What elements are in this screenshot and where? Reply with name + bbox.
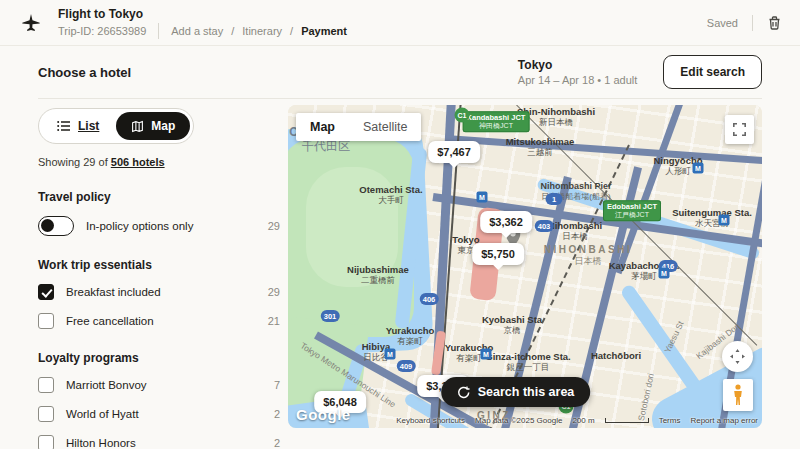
results-summary-text: Showing 29 of (38, 156, 108, 168)
checkbox-checked-icon[interactable] (38, 284, 54, 300)
dates-occupancy: Apr 14 – Apr 18 • 1 adult (518, 74, 637, 86)
map-attribution: Keyboard shortcuts Map data ©2025 Google… (396, 416, 758, 425)
pan-control-button[interactable] (722, 341, 753, 372)
filters-sidebar: List Map Showing 29 of 506 hotels Travel… (38, 108, 280, 449)
filter-count: 7 (274, 379, 280, 391)
view-toggle-list[interactable]: List (42, 112, 114, 140)
trip-id: Trip-ID: 26653989 (58, 25, 146, 37)
breadcrumb: Add a stay / Itinerary / Payment (171, 25, 347, 37)
refresh-icon (457, 386, 470, 399)
map-type-map-button[interactable]: Map (296, 113, 349, 141)
breadcrumb-separator: / (290, 25, 293, 37)
filter-label: World of Hyatt (66, 408, 262, 420)
search-this-area-button[interactable]: Search this area (441, 377, 591, 407)
hotel-price-pin[interactable]: $7,467 (428, 141, 480, 163)
hotel-price-pin[interactable]: $5,750 (472, 243, 524, 265)
edit-search-button[interactable]: Edit search (663, 55, 762, 89)
filter-label: In-policy options only (86, 220, 256, 232)
filter-marriott-bonvoy[interactable]: Marriott Bonvoy 7 (38, 377, 280, 393)
filter-label: Breakfast included (66, 286, 256, 298)
fullscreen-button[interactable] (725, 115, 754, 144)
map-type-satellite-button[interactable]: Satellite (349, 113, 421, 141)
checkbox-icon[interactable] (38, 406, 54, 422)
view-toggle-map-label: Map (151, 119, 175, 133)
results-summary: Showing 29 of 506 hotels (38, 156, 280, 168)
trip-title: Flight to Tokyo (58, 7, 347, 21)
pegman-icon (732, 384, 744, 406)
header-divider (752, 15, 753, 31)
map-icon (131, 120, 144, 133)
flight-icon (18, 12, 44, 34)
search-this-area-label: Search this area (478, 385, 575, 399)
filter-world-of-hyatt[interactable]: World of Hyatt 2 (38, 406, 280, 422)
trash-icon[interactable] (767, 15, 782, 31)
travel-policy-section: Travel policy In-policy options only 29 (38, 190, 280, 236)
view-toggle-list-label: List (78, 119, 99, 133)
breadcrumb-itinerary[interactable]: Itinerary (242, 25, 282, 37)
header-divider (158, 23, 159, 39)
list-icon (57, 120, 71, 132)
view-toggle-map[interactable]: Map (116, 112, 190, 140)
filter-count: 2 (274, 408, 280, 420)
terms-link[interactable]: Terms (659, 416, 681, 425)
hotel-price-pin[interactable]: $3,362 (480, 211, 532, 233)
report-map-error-link[interactable]: Report a map error (690, 416, 758, 425)
filter-count: 29 (268, 220, 280, 232)
checkbox-icon[interactable] (38, 377, 54, 393)
filter-label: Free cancellation (66, 315, 256, 327)
sub-header: Choose a hotel Tokyo Apr 14 – Apr 18 • 1… (0, 46, 800, 98)
filter-count: 21 (268, 315, 280, 327)
saved-status: Saved (707, 17, 738, 29)
fullscreen-icon (733, 123, 746, 136)
checkbox-icon[interactable] (38, 435, 54, 449)
map-park-inner (306, 167, 398, 287)
essentials-section: Work trip essentials Breakfast included … (38, 258, 280, 329)
breadcrumb-add-a-stay[interactable]: Add a stay (171, 25, 223, 37)
google-logo[interactable]: Google (296, 406, 351, 423)
pan-arrows-icon (730, 349, 745, 364)
filter-count: 29 (268, 286, 280, 298)
map-type-control: Map Satellite (296, 113, 421, 141)
filter-hilton-honors[interactable]: Hilton Honors 2 (38, 435, 280, 449)
pegman-streetview-button[interactable] (723, 379, 753, 411)
page-title: Choose a hotel (38, 65, 131, 80)
essentials-heading: Work trip essentials (38, 258, 280, 272)
loyalty-heading: Loyalty programs (38, 351, 280, 365)
travel-policy-heading: Travel policy (38, 190, 280, 204)
checkbox-icon[interactable] (38, 313, 54, 329)
filter-label: Hilton Honors (66, 437, 262, 449)
map-scale-bar (605, 418, 649, 423)
breadcrumb-payment[interactable]: Payment (301, 25, 347, 37)
keyboard-shortcuts-link[interactable]: Keyboard shortcuts (396, 416, 465, 425)
results-count-link[interactable]: 506 hotels (111, 156, 165, 168)
destination-name: Tokyo (518, 58, 637, 72)
map-scale-label: 200 m (572, 416, 594, 425)
filter-free-cancellation[interactable]: Free cancellation 21 (38, 313, 280, 329)
filter-label: Marriott Bonvoy (66, 379, 262, 391)
map-canvas[interactable]: Chiyoda City 千代田区 Otemachi Sta. 大手町 Niju… (288, 105, 762, 428)
content-divider (38, 98, 762, 99)
filter-count: 2 (274, 437, 280, 449)
map-data-credit: Map data ©2025 Google (475, 416, 562, 425)
breadcrumb-separator: / (231, 25, 234, 37)
filter-in-policy[interactable]: In-policy options only 29 (38, 216, 280, 236)
loyalty-section: Loyalty programs Marriott Bonvoy 7 World… (38, 351, 280, 449)
in-policy-toggle[interactable] (38, 216, 74, 236)
filter-breakfast-included[interactable]: Breakfast included 29 (38, 284, 280, 300)
view-toggle: List Map (38, 108, 194, 144)
app-header: Flight to Tokyo Trip-ID: 26653989 Add a … (0, 0, 800, 46)
